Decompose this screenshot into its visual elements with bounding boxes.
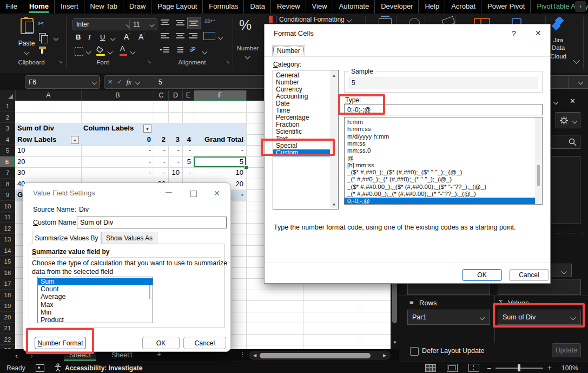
shrink-font-button[interactable]: Aˇ bbox=[138, 32, 145, 41]
ribbon-tab-page-layout[interactable]: Page Layout bbox=[151, 0, 203, 14]
ribbon-tab-review[interactable]: Review bbox=[271, 0, 306, 14]
pivot-value-cell[interactable]: 5 bbox=[182, 156, 191, 167]
underline-button[interactable]: U bbox=[100, 33, 105, 41]
pivot-value-cell[interactable]: - bbox=[81, 156, 151, 167]
wrap-text-button[interactable]: ab↩ bbox=[204, 18, 215, 24]
pivot-row-label[interactable]: 10 bbox=[17, 145, 25, 156]
percent-style-button[interactable]: % bbox=[239, 17, 252, 34]
row-header-8[interactable]: 8 bbox=[0, 179, 15, 190]
tab-show-values-as[interactable]: Show Values As bbox=[101, 232, 157, 244]
cancel-entry-icon[interactable]: ✕ bbox=[108, 78, 113, 86]
ribbon-tab-view[interactable]: View bbox=[306, 0, 333, 14]
column-header-A[interactable]: A bbox=[15, 90, 81, 101]
increase-indent-button[interactable] bbox=[174, 47, 183, 54]
page-break-view-button[interactable] bbox=[468, 364, 479, 372]
selection-fill-handle[interactable] bbox=[244, 165, 248, 169]
accessibility-icon[interactable] bbox=[54, 363, 62, 372]
name-box[interactable] bbox=[25, 75, 100, 89]
scroll-left-icon[interactable]: ◀ bbox=[252, 351, 257, 359]
ribbon-tab-file[interactable]: File bbox=[0, 0, 23, 14]
copy-icon[interactable] bbox=[39, 33, 46, 41]
ribbon-tab-new-tab[interactable]: New Tab bbox=[84, 0, 123, 14]
orientation-chevron-icon[interactable] bbox=[202, 49, 208, 55]
row-header-14[interactable]: 14 bbox=[0, 245, 15, 257]
orientation-button[interactable]: ab bbox=[188, 45, 196, 53]
vfs-minimize-icon[interactable]: — bbox=[166, 188, 172, 196]
clipboard-dialog-launcher[interactable]: ↘ bbox=[58, 59, 63, 64]
type-code-listbox[interactable]: h:mmh:mm:ssm/d/yyyy h:mmmm:ssmm:ss.0@[h]… bbox=[344, 117, 543, 205]
macro-record-icon[interactable] bbox=[36, 364, 44, 372]
row-header-20[interactable]: 20 bbox=[0, 312, 15, 323]
row-header-3[interactable]: 3 bbox=[0, 123, 15, 134]
row-header-15[interactable]: 15 bbox=[0, 256, 15, 267]
type-scrollbar-thumb[interactable] bbox=[537, 165, 540, 186]
pivot-value-cell[interactable]: - bbox=[81, 145, 151, 156]
vfs-ok-button[interactable]: OK bbox=[142, 337, 180, 349]
custom-name-input[interactable] bbox=[77, 217, 227, 228]
zoom-level[interactable]: 100% bbox=[561, 364, 578, 372]
row-header-5[interactable]: 5 bbox=[0, 145, 15, 156]
pivot-col-header-0[interactable]: 0 bbox=[81, 134, 151, 145]
function-item-max[interactable]: Max bbox=[38, 301, 153, 309]
ribbon-tab-power-pivot[interactable]: Power Pivot bbox=[481, 0, 531, 14]
ribbon-tab-automate[interactable]: Automate bbox=[333, 0, 375, 14]
confirm-entry-icon[interactable]: ✓ bbox=[117, 78, 122, 86]
row-header-22[interactable]: 22 bbox=[0, 334, 15, 345]
row-header-19[interactable]: 19 bbox=[0, 300, 15, 312]
pivot-value-cell[interactable]: - bbox=[168, 156, 180, 167]
type-code-item[interactable]: mm:ss.0 bbox=[345, 147, 539, 154]
row-header-6[interactable]: 6 bbox=[0, 156, 15, 168]
font-dialog-launcher[interactable]: ↘ bbox=[147, 59, 151, 64]
decrease-indent-button[interactable] bbox=[160, 47, 169, 54]
pivot-col-header-3[interactable]: 3 bbox=[168, 134, 180, 145]
pivot-value-cell[interactable]: - bbox=[154, 167, 166, 178]
function-item-count[interactable]: Count bbox=[38, 285, 153, 293]
font-name-combo[interactable] bbox=[72, 18, 134, 30]
category-scroll-down-icon[interactable]: ▼ bbox=[330, 201, 338, 209]
dialog-close-icon[interactable]: ✕ bbox=[535, 29, 541, 37]
tab-number[interactable]: Number bbox=[272, 45, 305, 56]
scroll-right-icon[interactable]: ▶ bbox=[382, 351, 387, 359]
row-header-1[interactable]: 1 bbox=[0, 101, 15, 112]
row-header-10[interactable]: 10 bbox=[0, 201, 15, 212]
pane-close-icon[interactable]: ✕ bbox=[570, 97, 576, 105]
font-size-input[interactable] bbox=[133, 21, 150, 28]
pivot-row-labels-cell[interactable]: Row Labels bbox=[17, 134, 56, 145]
fx-chevron-icon[interactable] bbox=[135, 80, 140, 85]
align-right-button[interactable] bbox=[189, 33, 197, 40]
tab-overflow-button[interactable]: › bbox=[575, 1, 586, 12]
ribbon-tab-insert[interactable]: Insert bbox=[55, 0, 84, 14]
align-center-button[interactable] bbox=[176, 33, 184, 40]
zoom-slider-thumb[interactable] bbox=[518, 364, 520, 371]
fill-color-chevron-icon[interactable] bbox=[108, 49, 113, 55]
dialog-help-icon[interactable]: ? bbox=[512, 29, 516, 38]
row-header-21[interactable]: 21 bbox=[0, 323, 15, 334]
vfs-maximize-icon[interactable] bbox=[190, 191, 197, 197]
column-header-B[interactable]: B bbox=[81, 90, 154, 101]
accessibility-status[interactable]: Accessibility: Investigate bbox=[65, 364, 142, 372]
type-code-item[interactable]: m/d/yyyy h:mm bbox=[345, 133, 539, 140]
name-box-input[interactable] bbox=[29, 78, 93, 86]
align-middle-button[interactable] bbox=[176, 19, 184, 26]
row-header-4[interactable]: 4 bbox=[0, 134, 15, 146]
row-header-18[interactable]: 18 bbox=[0, 290, 15, 301]
bold-button[interactable]: B bbox=[76, 33, 81, 41]
pivot-total-cell[interactable]: 10 bbox=[194, 167, 243, 178]
pivot-row-label[interactable]: 30 bbox=[17, 167, 25, 178]
row-header-9[interactable]: 9 bbox=[0, 189, 15, 201]
horizontal-scrollbar[interactable]: ◀ ▶ bbox=[249, 351, 391, 360]
type-code-item[interactable]: _(* #,##0_);_(* (#,##0);_(* "-"_);_(@_) bbox=[345, 176, 539, 183]
type-code-item[interactable]: [h]:mm:ss bbox=[345, 162, 539, 169]
type-code-item[interactable]: @ bbox=[345, 155, 539, 162]
pivot-column-labels-cell[interactable]: Column Labels bbox=[83, 123, 134, 134]
format-cells-cancel-button[interactable]: Cancel bbox=[509, 269, 549, 281]
pivot-value-cell[interactable]: - bbox=[154, 145, 166, 156]
function-item-product[interactable]: Product bbox=[38, 316, 153, 323]
pivot-title-cell[interactable]: Sum of Div bbox=[17, 123, 54, 134]
pivot-grand-total-header[interactable]: Grand Total bbox=[194, 134, 243, 145]
vfs-close-icon[interactable]: ✕ bbox=[214, 189, 220, 198]
pivot-value-cell[interactable]: - bbox=[168, 145, 180, 156]
zoom-out-button[interactable]: − bbox=[487, 364, 491, 372]
ribbon-tab-home[interactable]: Home bbox=[23, 0, 55, 14]
type-code-item[interactable]: _(* #,##0.00_);_(* (#,##0.00);_(* "-"??_… bbox=[345, 191, 539, 198]
